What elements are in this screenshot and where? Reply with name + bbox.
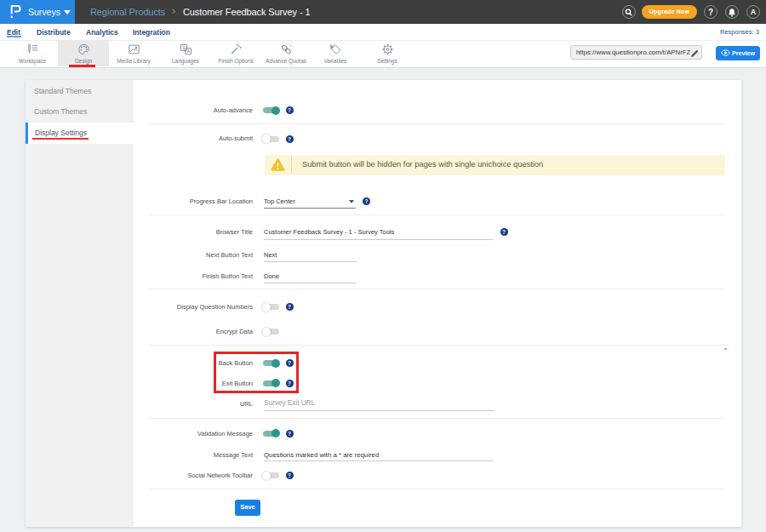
svg-text:A: A <box>186 49 190 54</box>
svg-text:文: 文 <box>181 44 186 49</box>
